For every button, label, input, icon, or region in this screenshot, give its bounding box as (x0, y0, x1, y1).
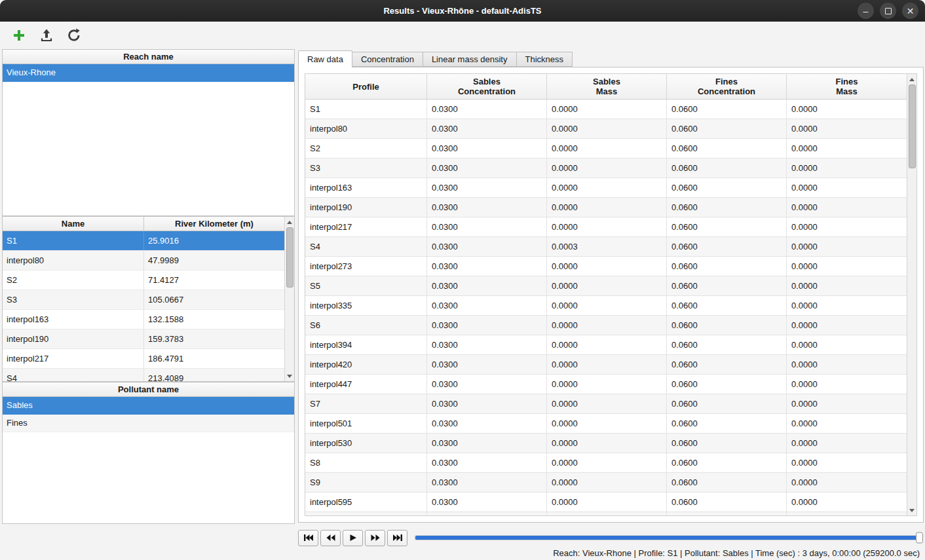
table-cell[interactable]: S4 (305, 237, 427, 256)
pollutant-list-item[interactable]: Fines (3, 415, 294, 432)
fast-forward-button[interactable] (365, 530, 385, 546)
profile-rk-cell[interactable]: 105.0667 (144, 290, 284, 309)
table-cell[interactable]: 0.0000 (787, 394, 907, 413)
profile-table-scrollbar[interactable] (284, 217, 294, 381)
profile-rk-cell[interactable]: 213.4089 (144, 369, 284, 381)
table-cell[interactable]: 0.0000 (787, 453, 907, 472)
table-row[interactable]: S70.03000.00000.06000.0000 (305, 394, 907, 414)
table-row[interactable]: interpol1630.03000.00000.06000.0000 (305, 178, 907, 198)
table-cell[interactable]: 0.0000 (787, 355, 907, 374)
profile-row[interactable]: interpol8047.9989 (3, 251, 284, 271)
pollutant-list-item[interactable]: Sables (3, 397, 294, 415)
table-cell[interactable]: 0.0000 (547, 159, 667, 177)
profile-row[interactable]: interpol190159.3783 (3, 329, 284, 349)
table-cell[interactable]: 0.0000 (787, 335, 907, 354)
table-cell[interactable]: 0.0000 (787, 512, 907, 515)
tab-thickness[interactable]: Thickness (517, 52, 573, 67)
table-cell[interactable]: 0.0300 (427, 100, 547, 119)
table-cell[interactable]: 0.0000 (787, 296, 907, 315)
add-button[interactable] (9, 26, 29, 45)
refresh-button[interactable] (64, 26, 84, 45)
table-cell[interactable]: 0.0300 (427, 394, 547, 413)
table-cell[interactable]: 0.0300 (427, 493, 547, 512)
table-cell[interactable]: 0.0600 (667, 355, 787, 374)
table-cell[interactable]: 0.0300 (427, 139, 547, 158)
table-cell[interactable]: 0.0000 (787, 257, 907, 276)
profile-row[interactable]: S3105.0667 (3, 290, 284, 310)
table-cell[interactable]: 0.0000 (787, 100, 907, 119)
table-row[interactable]: interpol3940.03000.00000.06000.0000 (305, 335, 907, 355)
table-cell[interactable]: 0.0300 (427, 375, 547, 394)
table-cell[interactable]: 0.0600 (667, 335, 787, 354)
table-row[interactable]: interpol5010.03000.00000.06000.0000 (305, 414, 907, 434)
table-row[interactable]: interpol800.03000.00000.06000.0000 (305, 119, 907, 139)
results-column-header[interactable]: Profile (305, 74, 427, 100)
profile-name-cell[interactable]: S3 (3, 290, 144, 309)
profile-row[interactable]: S4213.4089 (3, 369, 284, 381)
table-cell[interactable]: 0.0600 (667, 159, 787, 177)
table-cell[interactable]: 0.0000 (787, 217, 907, 236)
table-cell[interactable]: 0.0300 (427, 257, 547, 276)
table-cell[interactable]: 0.0300 (427, 217, 547, 236)
table-row[interactable]: S30.03000.00000.06000.0000 (305, 159, 907, 178)
skip-to-start-button[interactable] (298, 530, 318, 546)
table-cell[interactable]: 0.0300 (427, 178, 547, 197)
profile-rk-cell[interactable]: 47.9989 (144, 251, 284, 270)
table-cell[interactable]: 0.0000 (787, 493, 907, 512)
table-cell[interactable]: 0.0000 (787, 316, 907, 335)
table-cell[interactable]: 0.0600 (667, 257, 787, 276)
profile-row[interactable]: S125.9016 (3, 231, 284, 251)
profile-row[interactable]: interpol163132.1588 (3, 310, 284, 329)
table-cell[interactable]: interpol80 (305, 119, 427, 138)
results-column-header[interactable]: FinesConcentration (667, 74, 787, 100)
table-cell[interactable]: interpol501 (305, 414, 427, 433)
table-cell[interactable]: 0.0300 (427, 335, 547, 354)
table-cell[interactable]: 0.0600 (667, 119, 787, 138)
table-cell[interactable]: 0.0000 (547, 394, 667, 413)
skip-to-end-button[interactable] (387, 530, 407, 546)
tab-raw-data[interactable]: Raw data (298, 50, 352, 67)
table-cell[interactable]: 0.0300 (427, 453, 547, 472)
table-cell[interactable]: 0.0600 (667, 178, 787, 197)
table-cell[interactable]: 0.0600 (667, 375, 787, 394)
table-row[interactable]: S80.03000.00000.06000.0000 (305, 453, 907, 473)
table-cell[interactable]: S9 (305, 473, 427, 492)
table-cell[interactable]: 0.0000 (787, 473, 907, 492)
table-cell[interactable]: S7 (305, 394, 427, 413)
minimize-button[interactable]: – (858, 3, 874, 19)
table-cell[interactable]: 0.0000 (787, 198, 907, 217)
table-cell[interactable]: 0.0000 (547, 198, 667, 217)
tab-linear-mass-density[interactable]: Linear mass density (423, 52, 517, 67)
table-cell[interactable]: interpol420 (305, 355, 427, 374)
time-slider[interactable] (415, 532, 922, 544)
table-cell[interactable]: 0.0000 (547, 276, 667, 295)
scrollbar-thumb[interactable] (909, 84, 916, 168)
table-cell[interactable]: 0.0000 (787, 139, 907, 158)
table-cell[interactable]: 0.0300 (427, 237, 547, 256)
profile-row[interactable]: S271.4127 (3, 271, 284, 290)
export-button[interactable] (37, 26, 56, 45)
table-cell[interactable]: 0.0000 (547, 453, 667, 472)
table-cell[interactable]: 0.0300 (427, 198, 547, 217)
table-cell[interactable]: interpol217 (305, 217, 427, 236)
table-cell[interactable]: 0.0003 (547, 237, 667, 256)
results-table-scrollbar[interactable] (907, 74, 916, 515)
table-cell[interactable]: 0.0000 (547, 434, 667, 453)
table-cell[interactable]: S2 (305, 139, 427, 158)
table-cell[interactable]: 0.0000 (787, 237, 907, 256)
table-cell[interactable]: 0.0000 (547, 257, 667, 276)
table-row[interactable]: S40.03000.00030.06000.0000 (305, 237, 907, 257)
table-row[interactable]: interpol1900.03000.00000.06000.0000 (305, 198, 907, 217)
table-row[interactable]: interpol2730.03000.00000.06000.0000 (305, 257, 907, 276)
table-cell[interactable]: 0.0300 (427, 434, 547, 453)
table-cell[interactable]: S1 (305, 100, 427, 119)
table-cell[interactable]: 0.0300 (427, 296, 547, 315)
table-cell[interactable]: 0.0300 (427, 276, 547, 295)
table-cell[interactable]: 0.0300 (427, 159, 547, 177)
table-cell[interactable]: interpol394 (305, 335, 427, 354)
table-row[interactable]: S60.03000.00000.06000.0000 (305, 316, 907, 335)
time-slider-handle[interactable] (916, 532, 923, 544)
table-cell[interactable]: 0.0000 (547, 217, 667, 236)
maximize-button[interactable] (880, 3, 896, 19)
play-button[interactable] (343, 530, 363, 546)
